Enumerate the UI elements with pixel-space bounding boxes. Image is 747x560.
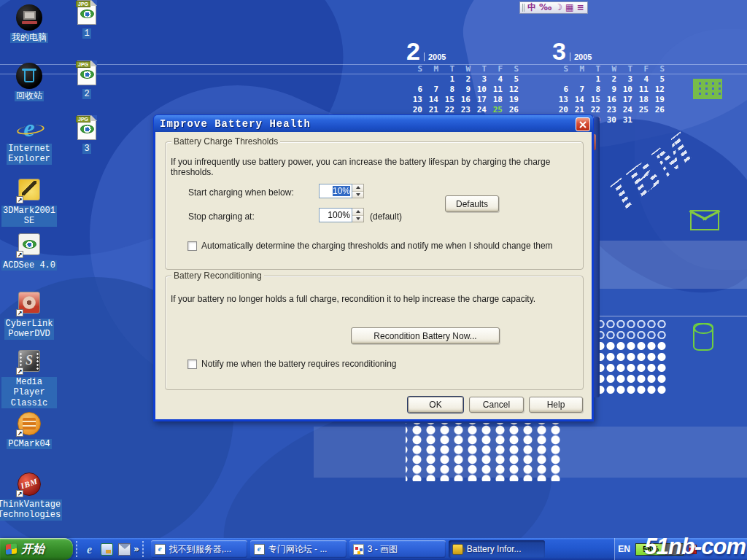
calendar-day-header: M (422, 64, 438, 74)
checkbox-icon[interactable] (187, 359, 197, 369)
t-paint-icon (353, 544, 364, 555)
taskbar-separator (74, 541, 79, 557)
calendar-day-header: T (616, 64, 632, 74)
desktop-icon-pcmark04[interactable]: ↗PCMark04 (1, 411, 57, 449)
my-computer-icon (16, 4, 42, 31)
ime-grip-icon[interactable] (522, 4, 525, 12)
stop-threshold-spinbox[interactable]: 100% (319, 208, 364, 222)
desktop-icon-jpg-file-2[interactable]: JPG2 (59, 61, 115, 99)
desktop-icon-jpg-file-3[interactable]: JPG3 (59, 115, 115, 154)
defaults-button[interactable]: Defaults (445, 195, 499, 212)
desktop-icon-recycle-bin[interactable]: 回收站 (1, 63, 57, 101)
media-player-classic-icon: S↗ (16, 349, 42, 375)
taskbar-button-label: 专门网论坛 - ... (268, 543, 328, 556)
ime-menu-icon[interactable]: ≡ (576, 2, 584, 13)
calendar-day (552, 74, 568, 85)
ibm-logo: IBM (600, 122, 706, 222)
t-ie-page-icon (254, 544, 265, 555)
start-threshold-input[interactable]: 10% (319, 184, 352, 198)
calendar-day: 25 (632, 105, 649, 115)
ok-button[interactable]: OK (408, 397, 463, 413)
calendar-day: 7 (568, 85, 584, 95)
desktop-icon-label: 回收站 (15, 91, 44, 101)
calendar-day: 20 (406, 105, 422, 115)
table-icon (693, 79, 722, 99)
desktop-icon-my-computer[interactable]: 我的电脑 (1, 4, 57, 43)
stop-threshold-input[interactable]: 100% (319, 208, 352, 222)
taskbar-button[interactable]: 3 - 画图 (349, 540, 446, 558)
tray-icon[interactable] (689, 545, 697, 554)
calendar-day: 4 (487, 74, 503, 85)
wallpaper-dot-grid (595, 319, 667, 341)
calendar-day: 9 (600, 85, 616, 95)
calendar-day: 15 (584, 95, 600, 105)
calendar-day: 4 (632, 74, 649, 85)
auto-determine-checkbox[interactable]: Automatically determine the charging thr… (187, 241, 567, 251)
wallpaper-dot-grid (406, 423, 563, 481)
tray-battery-meter[interactable]: 58% (635, 543, 684, 556)
ime-toolbar[interactable]: 中‰☽▦≡ (519, 1, 588, 14)
fullwidth-icon[interactable]: ‰ (539, 2, 551, 13)
quick-launch: e (80, 543, 133, 556)
calendar-day: 17 (616, 95, 632, 105)
calendar-day (649, 115, 665, 125)
calendar-day: 5 (649, 74, 665, 85)
calendar-day-header: W (600, 64, 616, 74)
acdsee-icon: ↗ (16, 232, 42, 258)
battery-percent: 58% (636, 544, 665, 555)
dialog-titlebar[interactable]: Improve Battery Health (153, 114, 594, 132)
calendar-day: 26 (503, 105, 519, 115)
show-desktop-icon[interactable] (101, 543, 113, 556)
start-spin-up-icon[interactable] (352, 184, 363, 192)
desktop-icon-media-player-classic[interactable]: S↗Media Player Classic (1, 349, 57, 408)
taskbar-separator (141, 541, 145, 557)
calendar-day: 9 (454, 85, 471, 95)
stop-spin-down-icon[interactable] (352, 216, 363, 222)
recondition-battery-button[interactable]: Recondition Battery Now... (351, 327, 500, 344)
checkbox-icon[interactable] (187, 241, 197, 251)
calendar-day (632, 115, 649, 125)
desktop-icon-label: PCMark04 (7, 439, 52, 449)
desktop-icon-acdsee[interactable]: ↗ACDSee 4.0 (1, 232, 57, 271)
calendar-day-header: S (552, 64, 568, 74)
thinkvantage-icon: IBM↗ (16, 471, 42, 497)
taskbar-button[interactable]: 找不到服务器,... (151, 540, 247, 558)
start-threshold-spinbox[interactable]: 10% (319, 184, 364, 198)
start-spin-down-icon[interactable] (352, 192, 363, 198)
desktop-icon-3dmark2001[interactable]: ↗3DMark2001 SE (1, 177, 57, 227)
desktop-icon-internet-explorer[interactable]: eInternet Explorer (1, 115, 57, 165)
wallpaper-dot-grid (595, 341, 667, 397)
calendar-month: 3 (552, 40, 566, 63)
start-button[interactable]: 开始 (0, 538, 73, 560)
notify-reconditioning-checkbox[interactable]: Notify me when the battery requires reco… (187, 359, 567, 369)
calendar-day: 22 (438, 105, 454, 115)
close-button[interactable] (576, 117, 590, 131)
internet-explorer-icon[interactable]: e (83, 543, 96, 556)
desktop-icon-label: 3DMark2001 SE (1, 206, 57, 227)
taskbar-button[interactable]: 专门网论坛 - ... (250, 540, 347, 558)
desktop-icon-jpg-file-1[interactable]: JPG1 (59, 0, 115, 39)
calendar-day: 25 (487, 105, 503, 115)
desktop-icon-powerdvd[interactable]: ↗CyberLink PowerDVD (1, 290, 57, 340)
desktop: IBM 22005SMTWTFS123456789101112131415161… (0, 0, 747, 560)
punctuation-icon[interactable]: ☽ (554, 2, 562, 13)
desktop-icon-label: ACDSee 4.0 (1, 260, 57, 271)
start-label: 开始 (21, 542, 44, 557)
calendar-day: 6 (406, 85, 422, 95)
shortcut-arrow-icon: ↗ (16, 429, 23, 437)
cancel-button[interactable]: Cancel (469, 397, 524, 413)
calendar-day-header: W (454, 64, 471, 74)
powerdvd-icon: ↗ (16, 290, 42, 316)
taskbar-button[interactable]: Battery Infor... (449, 540, 545, 558)
desktop-icon-thinkvantage[interactable]: IBM↗ThinkVantage Technologies (1, 471, 57, 521)
shortcut-arrow-icon: ↗ (16, 196, 23, 203)
mail-icon[interactable] (118, 543, 131, 556)
t-ie-page-icon (155, 544, 166, 555)
windows-flag-icon (6, 543, 17, 555)
help-button[interactable]: Help (529, 397, 583, 413)
language-indicator[interactable]: EN (618, 544, 630, 554)
quick-launch-chevron-icon[interactable]: » (133, 544, 139, 554)
soft-keyboard-icon[interactable]: ▦ (565, 2, 573, 13)
stop-spin-up-icon[interactable] (352, 209, 363, 216)
chinese-mode-icon[interactable]: 中 (527, 2, 536, 13)
